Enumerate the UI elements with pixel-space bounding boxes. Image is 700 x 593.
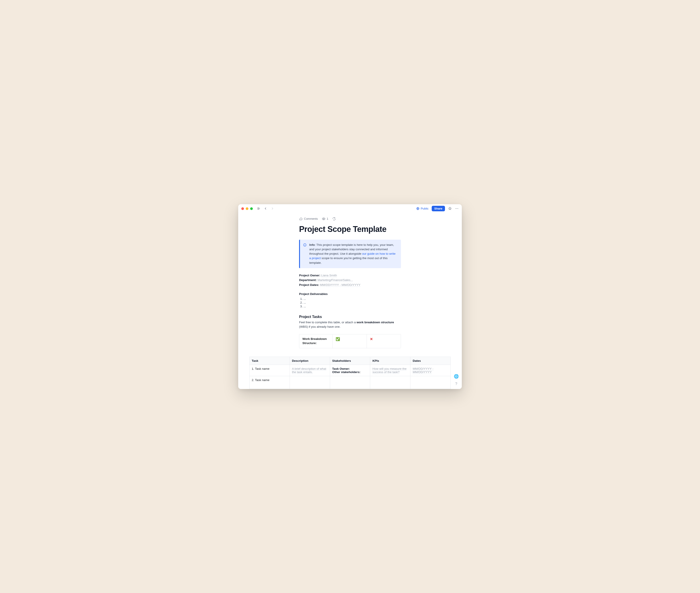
help-button[interactable]: ? <box>455 382 457 386</box>
views-indicator[interactable]: 1 <box>322 217 328 221</box>
deliverables-list[interactable]: ... ... ... <box>303 297 401 308</box>
th-kpis: KPIs <box>370 357 410 365</box>
wbs-label: Work Breakdown Structure: <box>299 334 333 348</box>
deliverable-item[interactable]: ... <box>303 297 401 301</box>
info-callout-text: Info: This project scope template is her… <box>309 243 397 265</box>
th-task: Task <box>250 357 290 365</box>
dates-label: Project Dates: <box>299 283 319 286</box>
maximize-window-button[interactable] <box>250 207 253 210</box>
deliverable-item[interactable]: ... <box>303 301 401 305</box>
globe-icon[interactable]: 🌐 <box>454 374 459 379</box>
comments-label: Comments <box>304 217 318 221</box>
svg-point-4 <box>323 219 324 219</box>
info-text-after: scope to ensure you're getting the most … <box>309 256 388 264</box>
visibility-public-button[interactable]: Public <box>416 207 428 210</box>
document-content: Comments 1 Project Scope Template <box>238 213 462 389</box>
wbs-yes-cell[interactable]: ✅ <box>333 334 367 348</box>
public-label: Public <box>420 207 428 210</box>
views-count: 1 <box>327 217 328 221</box>
cell-task[interactable]: 2. Task name <box>250 376 290 389</box>
cell-dates[interactable]: MM/DD/YYYY - MM/DD/YYYY <box>410 365 451 376</box>
owner-value: Liana Smith <box>321 274 337 277</box>
floating-controls: 🌐 ? <box>454 374 459 386</box>
cross-icon: ✕ <box>370 337 373 341</box>
project-meta: Project Owner: Liana Smith Department: M… <box>299 273 401 287</box>
window-controls <box>241 207 253 210</box>
titlebar: Public Share <box>238 204 462 213</box>
dept-label: Department: <box>299 278 317 282</box>
cell-stakeholders[interactable] <box>330 376 370 389</box>
table-row[interactable]: 1. Task name A brief description of what… <box>250 365 451 376</box>
th-dates: Dates <box>410 357 451 365</box>
cell-description[interactable]: A brief description of what the task ent… <box>290 365 330 376</box>
info-icon <box>303 243 307 265</box>
page-title: Project Scope Template <box>299 225 401 234</box>
cell-kpis[interactable] <box>370 376 410 389</box>
department-line[interactable]: Department: Marketing/Finance/Sales... <box>299 278 401 283</box>
refresh-button[interactable] <box>332 217 336 221</box>
dates-value: MM/DD/YYYY - MM/DD/YYYY <box>320 283 361 287</box>
th-stakeholders: Stakeholders <box>330 357 370 365</box>
close-window-button[interactable] <box>241 207 244 210</box>
topbar-right: Public Share <box>416 206 459 211</box>
sidebar-toggle-icon[interactable] <box>257 207 261 210</box>
cell-dates[interactable] <box>410 376 451 389</box>
eye-icon <box>322 217 325 221</box>
cell-description[interactable] <box>290 376 330 389</box>
table-row[interactable]: 2. Task name <box>250 376 451 389</box>
tasks-header-row: Task Description Stakeholders KPIs Dates <box>250 357 451 365</box>
nav-forward-icon[interactable] <box>270 207 274 210</box>
svg-point-1 <box>455 208 456 209</box>
owner-label: Project Owner: <box>299 274 320 277</box>
minimize-window-button[interactable] <box>246 207 248 210</box>
share-button[interactable]: Share <box>432 206 445 211</box>
cell-task[interactable]: 1. Task name <box>250 365 290 376</box>
nav-back-icon[interactable] <box>264 207 267 210</box>
svg-point-2 <box>456 208 457 209</box>
th-description: Description <box>290 357 330 365</box>
app-window: Public Share Comments <box>238 204 462 389</box>
svg-point-3 <box>457 208 458 209</box>
info-label: Info <box>309 243 315 246</box>
project-owner-line[interactable]: Project Owner: Liana Smith <box>299 273 401 278</box>
info-callout: Info: This project scope template is her… <box>299 240 401 268</box>
nav-controls <box>257 207 274 210</box>
more-menu-icon[interactable] <box>455 207 459 210</box>
cell-kpis[interactable]: How will you measure the success of the … <box>370 365 410 376</box>
wbs-no-cell[interactable]: ✕ <box>367 334 401 348</box>
wbs-table: Work Breakdown Structure: ✅ ✕ <box>299 334 401 348</box>
refresh-icon <box>332 217 336 221</box>
tasks-heading: Project Tasks <box>299 315 401 319</box>
tasks-intro: Feel free to complete this table, or att… <box>299 320 401 329</box>
comments-button[interactable]: Comments <box>299 217 318 221</box>
deliverables-heading: Project Deliverables <box>299 292 401 295</box>
check-icon: ✅ <box>336 337 340 341</box>
project-dates-line[interactable]: Project Dates: MM/DD/YYYY - MM/DD/YYYY <box>299 283 401 287</box>
star-icon[interactable] <box>448 207 452 210</box>
doc-meta-row: Comments 1 <box>299 213 401 221</box>
deliverable-item[interactable]: ... <box>303 305 401 308</box>
tasks-table: Task Description Stakeholders KPIs Dates… <box>249 357 451 389</box>
comment-icon <box>299 217 303 221</box>
dept-value: Marketing/Finance/Sales... <box>318 278 353 282</box>
cell-stakeholders[interactable]: Task Owner: Other stakeholders: <box>330 365 370 376</box>
